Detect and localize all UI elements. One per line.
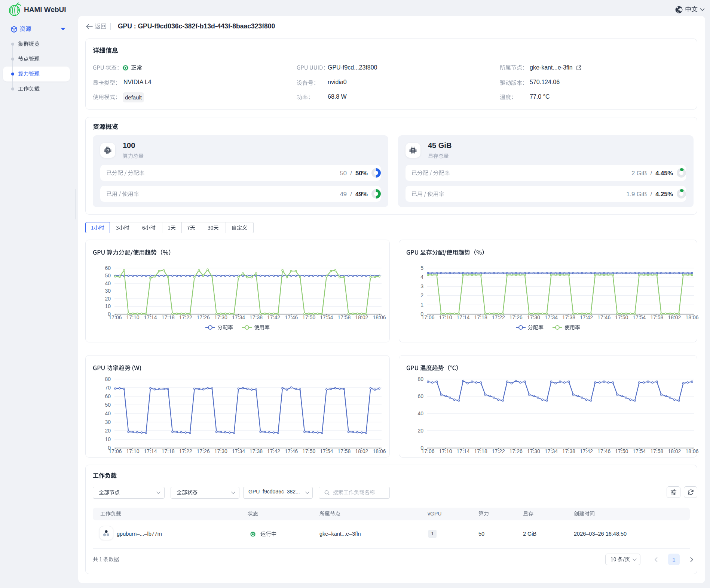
svg-text:17:42: 17:42 [267, 448, 280, 454]
svg-text:17:58: 17:58 [337, 448, 351, 454]
svg-text:17:38: 17:38 [250, 314, 263, 320]
svg-text:17:18: 17:18 [474, 314, 487, 320]
svg-text:17:30: 17:30 [214, 314, 227, 320]
svg-text:17:38: 17:38 [250, 448, 263, 454]
svg-text:17:50: 17:50 [615, 314, 628, 320]
svg-text:4: 4 [420, 274, 423, 280]
svg-text:17:22: 17:22 [179, 448, 192, 454]
svg-text:17:18: 17:18 [162, 314, 175, 320]
svg-text:2: 2 [420, 292, 423, 298]
svg-text:17:54: 17:54 [633, 448, 646, 454]
svg-text:18:06: 18:06 [685, 314, 698, 320]
svg-text:18:06: 18:06 [685, 448, 698, 454]
svg-text:17:26: 17:26 [197, 448, 210, 454]
svg-text:5: 5 [420, 265, 423, 271]
svg-text:30: 30 [105, 419, 111, 425]
svg-text:18:02: 18:02 [355, 448, 368, 454]
svg-text:17:22: 17:22 [179, 314, 192, 320]
svg-text:10: 10 [105, 303, 111, 309]
svg-text:17:26: 17:26 [197, 314, 210, 320]
svg-text:17:58: 17:58 [650, 448, 663, 454]
svg-text:17:06: 17:06 [108, 314, 122, 320]
svg-text:17:46: 17:46 [597, 314, 610, 320]
svg-text:40: 40 [105, 280, 111, 286]
svg-text:70: 70 [105, 385, 111, 391]
svg-text:17:18: 17:18 [162, 448, 175, 454]
svg-text:17:34: 17:34 [545, 448, 558, 454]
svg-text:17:06: 17:06 [421, 314, 434, 320]
svg-text:17:30: 17:30 [527, 314, 540, 320]
svg-text:17:34: 17:34 [232, 314, 245, 320]
svg-text:17:34: 17:34 [232, 448, 245, 454]
svg-text:18:02: 18:02 [668, 314, 681, 320]
svg-text:17:10: 17:10 [126, 448, 140, 454]
svg-text:60: 60 [417, 393, 423, 399]
svg-text:60: 60 [105, 393, 111, 399]
svg-text:80: 80 [417, 376, 423, 382]
svg-text:17:50: 17:50 [302, 314, 315, 320]
svg-text:17:30: 17:30 [527, 448, 540, 454]
svg-text:50: 50 [105, 273, 111, 278]
svg-text:60: 60 [105, 265, 111, 271]
svg-text:17:14: 17:14 [457, 314, 470, 320]
svg-text:30: 30 [105, 288, 111, 294]
svg-text:17:58: 17:58 [337, 314, 351, 320]
svg-text:17:10: 17:10 [126, 314, 140, 320]
svg-text:17:42: 17:42 [580, 448, 593, 454]
svg-text:17:54: 17:54 [633, 314, 646, 320]
svg-text:40: 40 [105, 410, 111, 416]
svg-text:17:50: 17:50 [302, 448, 315, 454]
svg-text:20: 20 [417, 428, 423, 434]
svg-text:17:54: 17:54 [320, 448, 333, 454]
svg-text:17:22: 17:22 [492, 448, 505, 454]
svg-text:17:42: 17:42 [580, 314, 593, 320]
svg-text:17:46: 17:46 [285, 448, 298, 454]
svg-text:17:54: 17:54 [320, 314, 333, 320]
svg-text:17:06: 17:06 [421, 448, 434, 454]
svg-text:3: 3 [420, 283, 423, 289]
svg-text:17:14: 17:14 [144, 314, 157, 320]
svg-text:17:14: 17:14 [457, 448, 470, 454]
svg-text:17:46: 17:46 [285, 314, 298, 320]
svg-text:50: 50 [105, 402, 111, 408]
svg-text:17:22: 17:22 [492, 314, 505, 320]
svg-text:1: 1 [420, 302, 423, 308]
svg-text:18:02: 18:02 [355, 314, 368, 320]
svg-text:17:10: 17:10 [439, 448, 452, 454]
svg-text:17:30: 17:30 [214, 448, 227, 454]
svg-text:17:42: 17:42 [267, 314, 280, 320]
svg-text:10: 10 [105, 436, 111, 442]
svg-text:18:06: 18:06 [373, 314, 386, 320]
svg-text:17:26: 17:26 [509, 448, 523, 454]
svg-text:18:02: 18:02 [668, 448, 681, 454]
svg-text:17:26: 17:26 [509, 314, 523, 320]
svg-text:17:14: 17:14 [144, 448, 157, 454]
svg-text:17:38: 17:38 [562, 448, 575, 454]
svg-text:17:46: 17:46 [597, 448, 610, 454]
svg-text:80: 80 [105, 376, 111, 382]
svg-text:17:38: 17:38 [562, 314, 575, 320]
svg-text:17:58: 17:58 [650, 314, 663, 320]
svg-text:17:10: 17:10 [439, 314, 452, 320]
svg-text:18:06: 18:06 [373, 448, 386, 454]
svg-text:17:50: 17:50 [615, 448, 628, 454]
svg-text:17:18: 17:18 [474, 448, 487, 454]
svg-text:40: 40 [417, 410, 423, 416]
svg-text:20: 20 [105, 296, 111, 302]
svg-text:17:06: 17:06 [108, 448, 122, 454]
svg-text:17:34: 17:34 [545, 314, 558, 320]
svg-text:20: 20 [105, 428, 111, 434]
